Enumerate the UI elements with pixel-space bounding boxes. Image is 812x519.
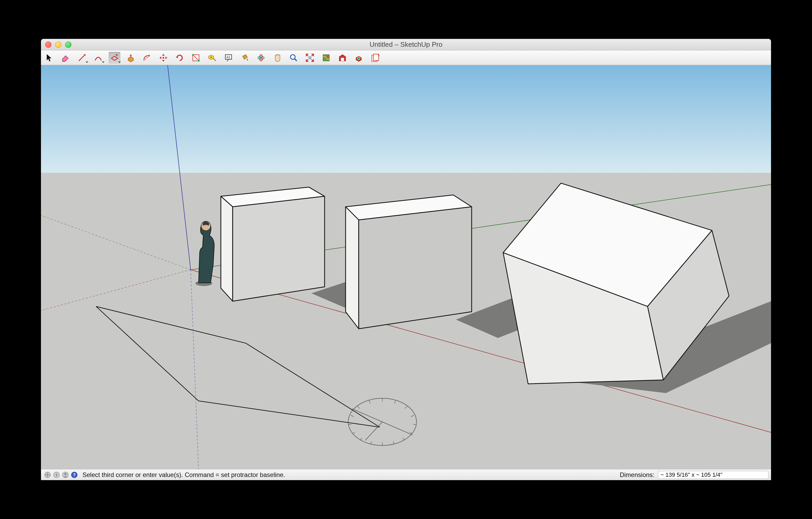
pan-tool[interactable] xyxy=(271,52,283,63)
pushpull-tool-icon xyxy=(126,53,136,62)
svg-point-52 xyxy=(64,473,66,475)
zoom-extents-tool[interactable] xyxy=(304,52,316,63)
add-location-tool-icon xyxy=(321,53,331,62)
zoom-window-button[interactable] xyxy=(65,41,71,48)
sky xyxy=(41,65,771,173)
select-tool[interactable] xyxy=(44,52,55,63)
scale-tool[interactable] xyxy=(190,52,202,63)
window-controls xyxy=(41,41,71,48)
svg-text:A1: A1 xyxy=(226,55,230,59)
svg-point-12 xyxy=(309,57,311,59)
dimensions-label: Dimensions: xyxy=(620,471,655,479)
orbit-tool[interactable] xyxy=(255,52,267,63)
svg-rect-2 xyxy=(192,54,194,56)
extension-warehouse-tool[interactable] xyxy=(353,52,365,63)
dropdown-icon xyxy=(86,61,88,63)
user-status-icon[interactable] xyxy=(61,471,69,479)
app-window: Untitled – SketchUp Pro xyxy=(41,39,771,480)
status-icons: i ? xyxy=(44,471,78,479)
pushpull-tool[interactable] xyxy=(125,52,137,63)
eraser-tool-icon xyxy=(61,53,70,62)
status-bar: i ? Select third corner or enter value(s… xyxy=(41,469,771,480)
tape-measure-tool-icon xyxy=(207,53,217,62)
3d-viewport[interactable] xyxy=(41,65,771,469)
svg-marker-21 xyxy=(221,196,233,301)
svg-point-11 xyxy=(290,55,295,59)
svg-text:i: i xyxy=(56,472,57,477)
tape-measure-tool[interactable] xyxy=(206,52,218,63)
layout-tool[interactable] xyxy=(369,52,381,63)
svg-point-10 xyxy=(260,57,262,59)
extension-warehouse-tool-icon xyxy=(354,53,364,62)
dropdown-icon xyxy=(118,61,121,63)
window-title: Untitled – SketchUp Pro xyxy=(41,40,771,49)
svg-rect-17 xyxy=(373,54,379,60)
svg-rect-0 xyxy=(163,57,164,59)
paint-bucket-tool-icon xyxy=(240,53,250,62)
zoom-tool-icon xyxy=(289,53,298,62)
rotate-tool-icon xyxy=(175,53,184,62)
svg-marker-24 xyxy=(346,207,359,328)
status-hint: Select third corner or enter value(s). C… xyxy=(83,471,618,479)
svg-marker-22 xyxy=(233,196,325,301)
text-tool-icon: A1 xyxy=(224,53,233,62)
3dwarehouse-tool[interactable] xyxy=(337,52,348,63)
cube-2 xyxy=(346,195,472,328)
svg-point-15 xyxy=(357,57,360,60)
geolocation-status-icon[interactable] xyxy=(44,471,52,479)
svg-rect-14 xyxy=(341,58,344,61)
minimize-window-button[interactable] xyxy=(55,41,61,48)
move-tool-icon xyxy=(158,53,168,62)
3dwarehouse-tool-icon xyxy=(338,53,347,62)
arc-tool-icon xyxy=(93,53,103,62)
rectangle-tool[interactable] xyxy=(109,52,120,63)
help-status-icon[interactable]: ? xyxy=(70,471,78,479)
credits-status-icon[interactable]: i xyxy=(53,471,60,479)
svg-rect-3 xyxy=(198,60,200,61)
paint-bucket-tool[interactable] xyxy=(239,52,251,63)
line-tool-icon xyxy=(77,53,87,62)
close-window-button[interactable] xyxy=(45,41,52,48)
rotate-tool[interactable] xyxy=(174,52,185,63)
eraser-tool[interactable] xyxy=(60,52,71,63)
select-tool-icon xyxy=(45,53,54,62)
scale-tool-icon xyxy=(191,53,201,62)
offset-tool-icon xyxy=(142,53,152,62)
scene-canvas xyxy=(41,65,771,469)
cube-1 xyxy=(221,187,325,301)
svg-text:?: ? xyxy=(73,472,76,478)
text-tool[interactable]: A1 xyxy=(223,52,234,63)
layout-tool-icon xyxy=(370,53,380,62)
rectangle-tool-icon xyxy=(110,53,119,62)
orbit-tool-icon xyxy=(256,53,266,62)
dropdown-icon xyxy=(102,61,105,63)
title-bar: Untitled – SketchUp Pro xyxy=(41,39,771,51)
add-location-tool[interactable] xyxy=(320,52,332,63)
move-tool[interactable] xyxy=(157,52,169,63)
line-tool[interactable] xyxy=(76,52,88,63)
arc-tool[interactable] xyxy=(92,52,104,63)
offset-tool[interactable] xyxy=(141,52,153,63)
dimensions-input[interactable] xyxy=(658,471,768,479)
pan-tool-icon xyxy=(272,53,282,62)
zoom-extents-tool-icon xyxy=(305,53,315,62)
zoom-tool[interactable] xyxy=(288,52,299,63)
toolbar: A1 xyxy=(41,51,771,65)
svg-point-5 xyxy=(210,56,212,58)
svg-marker-25 xyxy=(359,207,472,328)
